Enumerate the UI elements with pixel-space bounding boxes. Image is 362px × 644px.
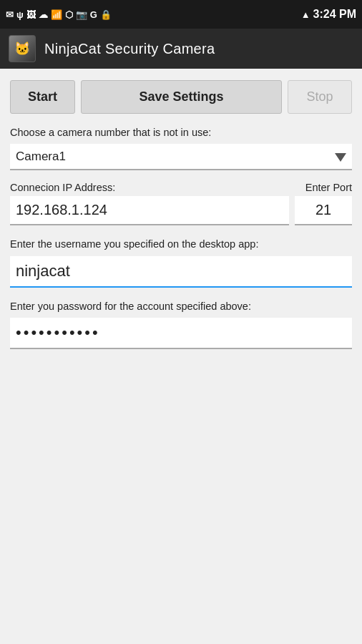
- status-bar: ✉ ψ 🖼 ☁ 📶 ⬡ 📷 G 🔒 ▲ 3:24 PM: [0, 0, 362, 29]
- ip-port-labels-row: Connecion IP Address: Enter Port: [10, 182, 352, 193]
- title-bar: 🐱 NinjaCat Security Camera: [0, 29, 362, 69]
- app-icon-inner: 🐱: [9, 36, 35, 62]
- email-icon: ✉: [6, 9, 14, 20]
- ip-address-input[interactable]: [10, 196, 289, 225]
- galaxy-icon: ⬡: [65, 9, 73, 20]
- status-time: 3:24 PM: [313, 8, 356, 21]
- wifi-icon: 📶: [51, 9, 62, 20]
- app-icon: 🐱: [9, 35, 36, 62]
- main-content: Start Save Settings Stop Choose a camera…: [0, 69, 362, 361]
- ip-port-inputs-row: [10, 196, 352, 225]
- ip-address-label: Connecion IP Address:: [10, 182, 115, 193]
- image-icon: 🖼: [26, 9, 36, 20]
- port-label: Enter Port: [305, 182, 352, 193]
- username-input[interactable]: [10, 256, 352, 288]
- action-buttons-row: Start Save Settings Stop: [10, 80, 352, 114]
- port-input[interactable]: [295, 196, 352, 225]
- save-settings-button[interactable]: Save Settings: [81, 80, 282, 114]
- app-title: NinjaCat Security Camera: [44, 41, 215, 57]
- lock-icon: 🔒: [100, 9, 112, 20]
- signal-icon: ▲: [301, 9, 310, 20]
- username-label: Enter the username you specified on the …: [10, 237, 352, 251]
- start-button[interactable]: Start: [10, 80, 75, 114]
- cloud-icon: ☁: [39, 9, 48, 20]
- camera-icon: 📷: [76, 9, 87, 20]
- password-label: Enter you password for the account speci…: [10, 299, 352, 313]
- usb-icon: ψ: [16, 9, 24, 20]
- signal-g-icon: G: [90, 9, 97, 20]
- stop-button[interactable]: Stop: [288, 80, 352, 114]
- status-right-section: ▲ 3:24 PM: [301, 8, 356, 21]
- camera-select[interactable]: Camera1 Camera2 Camera3: [10, 144, 352, 170]
- dropdown-arrow-icon: [335, 153, 346, 162]
- camera-select-wrapper[interactable]: Camera1 Camera2 Camera3: [10, 144, 352, 170]
- password-input[interactable]: [10, 318, 352, 349]
- camera-label: Choose a camera number that is not in us…: [10, 125, 352, 140]
- status-icons-left: ✉ ψ 🖼 ☁ 📶 ⬡ 📷 G 🔒: [6, 9, 112, 20]
